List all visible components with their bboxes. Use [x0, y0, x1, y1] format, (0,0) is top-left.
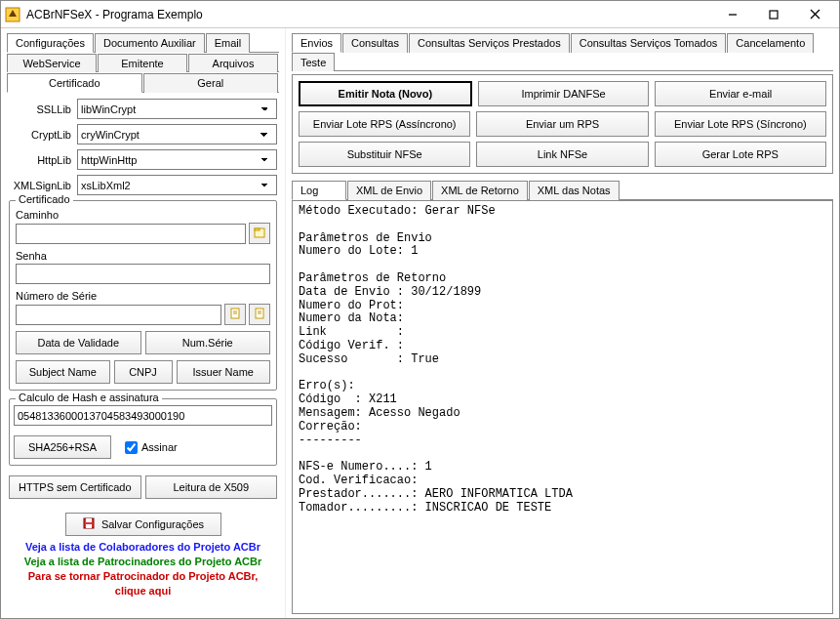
tab-log[interactable]: Log: [292, 181, 346, 200]
label-httplib: HttpLib: [9, 154, 71, 166]
maximize-button[interactable]: [753, 4, 794, 25]
tab-consultas-servicos-prestados[interactable]: Consultas Serviços Prestados: [409, 33, 570, 53]
log-content[interactable]: Método Executado: Gerar NFSe Parâmetros …: [292, 200, 833, 614]
btn-sha256-rsa[interactable]: SHA256+RSA: [14, 435, 111, 459]
tab-configuracoes[interactable]: Configurações: [7, 33, 94, 53]
btn-leitura-x509[interactable]: Leitura de X509: [145, 475, 278, 499]
link-tornar-patrocinador[interactable]: Para se tornar Patrocinador do Projeto A…: [7, 569, 279, 598]
btn-cnpj[interactable]: CNPJ: [114, 360, 173, 384]
browse-num-serie-button[interactable]: [249, 304, 270, 325]
svg-rect-6: [255, 228, 260, 230]
window-title: ACBrNFSeX - Programa Exemplo: [26, 8, 712, 21]
btn-enviar-lote-sincrono[interactable]: Enviar Lote RPS (Síncrono): [655, 111, 826, 137]
tab-envios[interactable]: Envios: [292, 33, 341, 53]
tab-consultas[interactable]: Consultas: [342, 33, 408, 53]
groupbox-certificado: Certificado Caminho Senha Número de Séri…: [9, 200, 277, 391]
label-ssllib: SSLLib: [9, 103, 71, 115]
svg-line-4: [811, 10, 820, 19]
btn-num-serie[interactable]: Num.Série: [145, 331, 271, 354]
left-subtabs-row2: Certificado Geral: [7, 72, 279, 93]
tab-teste[interactable]: Teste: [292, 53, 335, 71]
checkbox-assinar[interactable]: [125, 441, 138, 454]
btn-gerar-lote-rps[interactable]: Gerar Lote RPS: [655, 142, 826, 167]
tab-webservice[interactable]: WebService: [7, 54, 97, 72]
left-subtabs-row1: WebService Emitente Arquivos: [7, 53, 279, 72]
btn-subject-name[interactable]: Subject Name: [16, 360, 110, 384]
label-num-serie: Número de Série: [16, 290, 270, 302]
btn-substituir-nfse[interactable]: Substituir NFSe: [299, 142, 470, 167]
action-button-area: Emitir Nota (Novo) Imprimir DANFSe Envia…: [292, 74, 833, 174]
left-main-tabs: Configurações Documento Auxiliar Email: [7, 32, 279, 53]
label-senha: Senha: [16, 250, 270, 262]
link-patrocinadores[interactable]: Veja a lista de Patrocinadores do Projet…: [7, 555, 279, 569]
label-xmlsignlib: XMLSignLib: [9, 180, 71, 191]
btn-salvar-label: Salvar Configurações: [101, 518, 204, 530]
label-assinar: Assinar: [141, 441, 178, 453]
browse-caminho-button[interactable]: [249, 223, 270, 244]
select-ssllib[interactable]: libWinCrypt: [77, 99, 277, 119]
svg-rect-13: [84, 518, 94, 528]
btn-data-validade[interactable]: Data de Validade: [16, 331, 141, 354]
btn-emitir-nota[interactable]: Emitir Nota (Novo): [299, 81, 472, 106]
app-icon: [5, 7, 20, 22]
tab-xml-envio[interactable]: XML de Envio: [347, 181, 431, 200]
input-hash[interactable]: [14, 405, 272, 426]
svg-rect-2: [770, 11, 778, 19]
btn-enviar-email[interactable]: Enviar e-mail: [655, 81, 826, 106]
svg-line-3: [811, 10, 820, 19]
svg-rect-10: [256, 309, 263, 318]
svg-rect-0: [6, 8, 20, 21]
tab-geral[interactable]: Geral: [143, 73, 279, 93]
document-icon: [253, 307, 266, 322]
tab-certificado[interactable]: Certificado: [7, 73, 142, 93]
btn-link-nfse[interactable]: Link NFSe: [476, 142, 648, 167]
select-cryptlib[interactable]: cryWinCrypt: [77, 124, 277, 144]
tab-emitente[interactable]: Emitente: [98, 54, 187, 72]
label-cryptlib: CryptLib: [9, 129, 71, 141]
groupbox-hash-title: Calculo de Hash e assinatura: [16, 392, 162, 403]
right-main-tabs: Envios Consultas Consultas Serviços Pres…: [292, 32, 833, 71]
svg-rect-15: [86, 524, 92, 528]
tab-arquivos[interactable]: Arquivos: [188, 54, 278, 72]
label-caminho: Caminho: [16, 209, 270, 221]
minimize-button[interactable]: [712, 4, 753, 25]
link-colaboradores[interactable]: Veja a lista de Colaboradores do Projeto…: [7, 540, 279, 555]
btn-salvar-configuracoes[interactable]: Salvar Configurações: [65, 513, 221, 536]
input-num-serie[interactable]: [16, 305, 221, 325]
folder-icon: [253, 226, 266, 241]
tab-xml-retorno[interactable]: XML de Retorno: [432, 181, 528, 200]
btn-enviar-um-rps[interactable]: Enviar um RPS: [476, 111, 648, 137]
input-senha[interactable]: [16, 264, 270, 284]
checkbox-assinar-wrap[interactable]: Assinar: [125, 441, 178, 454]
select-xmlsignlib[interactable]: xsLibXml2: [77, 175, 277, 195]
log-tabs: Log XML de Envio XML de Retorno XML das …: [292, 180, 833, 200]
groupbox-hash: Calculo de Hash e assinatura SHA256+RSA …: [9, 398, 277, 466]
tab-cancelamento[interactable]: Cancelamento: [727, 33, 814, 53]
tab-documento-auxiliar[interactable]: Documento Auxiliar: [95, 33, 205, 53]
tab-xml-notas[interactable]: XML das Notas: [529, 181, 620, 200]
svg-rect-5: [255, 228, 264, 237]
document-icon: [228, 307, 242, 322]
copy-num-serie-button[interactable]: [224, 304, 246, 325]
svg-rect-14: [86, 518, 92, 522]
save-icon: [82, 516, 96, 532]
btn-https-sem-certificado[interactable]: HTTPS sem Certificado: [9, 475, 141, 499]
btn-imprimir-danfse[interactable]: Imprimir DANFSe: [478, 81, 650, 106]
tab-email[interactable]: Email: [206, 33, 251, 53]
close-button[interactable]: [794, 4, 835, 25]
input-caminho[interactable]: [16, 224, 246, 244]
btn-issuer-name[interactable]: Issuer Name: [177, 360, 271, 384]
svg-rect-7: [231, 309, 239, 318]
titlebar: ACBrNFSeX - Programa Exemplo: [1, 1, 839, 28]
select-httplib[interactable]: httpWinHttp: [77, 149, 277, 170]
groupbox-certificado-title: Certificado: [16, 193, 73, 205]
btn-enviar-lote-assincrono[interactable]: Enviar Lote RPS (Assíncrono): [299, 111, 470, 137]
tab-consultas-servicos-tomados[interactable]: Consultas Serviços Tomados: [571, 33, 727, 53]
